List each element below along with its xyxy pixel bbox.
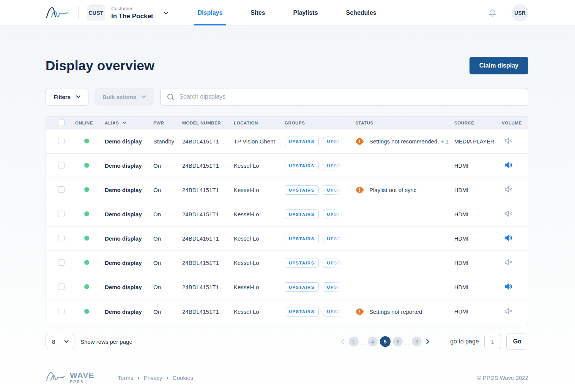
page-button-1[interactable]: 1	[349, 337, 359, 346]
group-badge: UPSTAIRS	[285, 185, 319, 195]
groups-cell: UPSTAIRSUPSTAIRS	[280, 161, 350, 170]
online-cell	[70, 211, 100, 217]
go-to-page-label: go to page	[450, 338, 479, 345]
user-avatar[interactable]: USR	[512, 5, 528, 21]
page-button-5[interactable]: 5	[380, 336, 391, 347]
column-header-label: STATUS	[355, 121, 373, 125]
alias-cell: Demo display	[100, 187, 148, 193]
search-icon	[167, 93, 175, 101]
row-checkbox[interactable]	[58, 283, 65, 290]
volume-cell	[497, 307, 528, 316]
table-row[interactable]: Demo displayOn24BDL4151T1Kessel-LoUPSTAI…	[46, 178, 528, 202]
footer-link-cookies[interactable]: Cookies	[162, 375, 193, 381]
table-row[interactable]: Demo displayOn24BDL4151T1Kessel-LoUPSTAI…	[46, 275, 528, 299]
search-box	[160, 88, 528, 105]
row-checkbox-cell	[46, 283, 70, 291]
online-indicator	[84, 260, 89, 265]
footer-link-privacy[interactable]: Privacy	[133, 375, 162, 381]
go-button[interactable]: Go	[506, 334, 528, 349]
table-row[interactable]: Demo displayOn24BDL4151T1Kessel-LoUPSTAI…	[46, 251, 528, 275]
pagination-ellipsis: ...	[405, 341, 410, 347]
volume-cell	[497, 210, 528, 219]
bulk-actions-label: Bulk actions	[102, 94, 136, 100]
footer-link-terms[interactable]: Terms	[118, 375, 133, 381]
power-cell: On	[148, 309, 177, 315]
next-page-button[interactable]	[424, 339, 432, 344]
select-all-checkbox[interactable]	[58, 120, 65, 126]
online-indicator	[84, 163, 89, 168]
row-checkbox[interactable]	[58, 162, 65, 168]
notifications-bell-icon[interactable]	[488, 8, 497, 18]
customer-selector-value: In The Pocket	[111, 13, 153, 20]
volume-muted-icon[interactable]	[504, 137, 513, 145]
page-button-4[interactable]: 4	[368, 337, 378, 346]
row-checkbox[interactable]	[58, 186, 65, 193]
group-badge: UPSTAIRS	[285, 307, 319, 316]
status-text: Settings not reported	[369, 309, 422, 315]
tab-sites[interactable]: Sites	[247, 0, 268, 25]
go-to-page-input[interactable]	[484, 334, 501, 349]
filters-dropdown-button[interactable]: Filters	[46, 88, 88, 105]
alias-cell: Demo display	[100, 309, 148, 315]
online-cell	[70, 138, 100, 145]
page-button-6[interactable]: 6	[393, 337, 403, 346]
volume-cell	[497, 186, 528, 194]
claim-display-button[interactable]: Claim display	[469, 57, 528, 74]
location-cell: Kessel-Lo	[229, 235, 280, 242]
volume-cell	[497, 283, 528, 291]
warning-icon: !	[355, 309, 364, 315]
location-cell: Kessel-Lo	[229, 284, 280, 290]
row-checkbox[interactable]	[58, 211, 65, 217]
volume-on-icon[interactable]	[504, 234, 513, 242]
search-input[interactable]	[179, 93, 522, 100]
groups-cell: UPSTAIRSUPSTAIRS	[280, 282, 350, 292]
groups-badges: UPSTAIRSUPSTAIRS	[285, 258, 345, 268]
model-number-cell: 24BDL4151T1	[177, 284, 229, 290]
page-button-8[interactable]: 8	[412, 337, 422, 346]
volume-muted-icon[interactable]	[504, 258, 513, 266]
tab-playlists[interactable]: Playlists	[290, 0, 321, 25]
groups-cell: UPSTAIRSUPSTAIRS	[280, 307, 350, 316]
online-indicator	[84, 236, 89, 241]
row-checkbox-cell	[46, 186, 70, 194]
table-row[interactable]: Demo displayOn24BDL4151T1Kessel-LoUPSTAI…	[46, 299, 528, 324]
previous-page-button[interactable]	[339, 339, 347, 344]
copyright-text: © PPDS Wave 2022	[477, 375, 528, 381]
row-checkbox-cell	[46, 259, 70, 267]
column-header-label: GROUPS	[285, 121, 305, 125]
column-header-online: ONLINE	[70, 121, 100, 125]
table-row[interactable]: Demo displayStandby24BDL4151T1TP Vision …	[46, 129, 528, 154]
table-row[interactable]: Demo displayOn24BDL4151T1Kessel-LoUPSTAI…	[46, 202, 528, 227]
customer-selector[interactable]: Customer In The Pocket	[111, 6, 169, 20]
table-row[interactable]: Demo displayOn24BDL4151T1Kessel-LoUPSTAI…	[46, 154, 528, 178]
group-badge: UPSTAIRS	[285, 209, 319, 219]
chevron-down-icon	[163, 9, 169, 16]
row-checkbox-cell	[46, 235, 70, 242]
power-cell: On	[148, 284, 177, 290]
volume-muted-icon[interactable]	[504, 210, 513, 217]
table-row[interactable]: Demo displayOn24BDL4151T1Kessel-LoUPSTAI…	[46, 227, 528, 251]
footer-brand-name: WAVE	[70, 371, 94, 379]
volume-muted-icon[interactable]	[504, 307, 513, 315]
row-checkbox[interactable]	[58, 259, 65, 266]
volume-muted-icon[interactable]	[504, 186, 513, 193]
rows-per-page-select[interactable]: 8	[46, 334, 74, 349]
sort-chevron-down-icon[interactable]	[122, 121, 126, 124]
row-checkbox[interactable]	[58, 235, 65, 241]
chevron-down-icon	[142, 95, 146, 98]
column-header-alias[interactable]: ALIAS	[100, 121, 148, 125]
volume-on-icon[interactable]	[504, 161, 513, 169]
power-cell: On	[148, 260, 177, 266]
model-number-cell: 24BDL4151T1	[177, 138, 229, 145]
tab-displays[interactable]: Displays	[194, 0, 226, 25]
bulk-actions-dropdown-button[interactable]: Bulk actions	[95, 88, 154, 105]
tab-schedules[interactable]: Schedules	[343, 0, 380, 25]
row-checkbox[interactable]	[58, 308, 65, 314]
row-checkbox[interactable]	[58, 138, 65, 144]
group-badge: UPSTAIRS	[285, 282, 319, 292]
rows-per-page-label: Show rows per page	[80, 338, 132, 345]
wave-logo-icon[interactable]	[46, 5, 68, 21]
volume-on-icon[interactable]	[504, 283, 513, 290]
online-cell	[70, 162, 100, 169]
model-number-cell: 24BDL4151T1	[177, 187, 229, 193]
